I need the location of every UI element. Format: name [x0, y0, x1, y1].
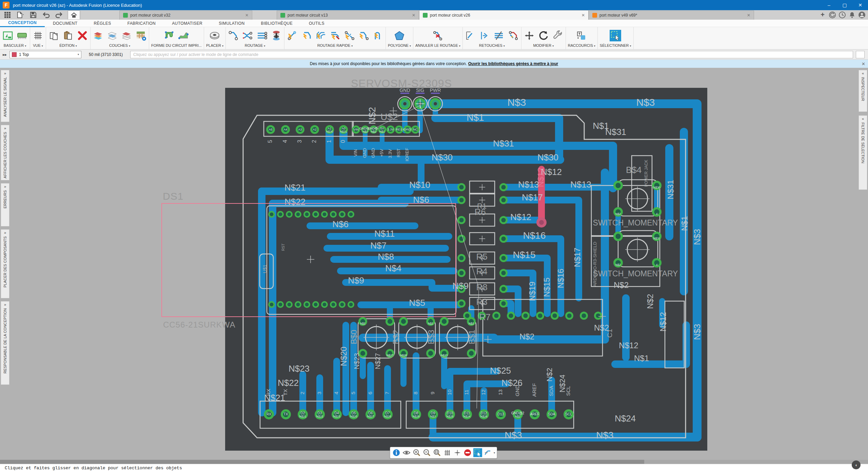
delete-icon[interactable] — [77, 30, 88, 41]
toolbar-group-label[interactable]: BASCULER ▾ — [4, 43, 26, 47]
toolbar-group-label[interactable]: ÉDITION ▾ — [59, 43, 77, 47]
collapse-toolbar-button[interactable]: ▸▸ — [0, 52, 9, 57]
layer-grid-icon[interactable] — [135, 30, 147, 41]
toolbar-group-label[interactable]: ROUTAGE ▾ — [245, 43, 265, 47]
pad-icon[interactable] — [209, 30, 220, 41]
close-icon[interactable]: ✕ — [742, 13, 750, 18]
select-icon[interactable] — [610, 30, 621, 41]
document-tab[interactable]: port moteur circuit v32 ✕ — [119, 11, 252, 20]
close-icon[interactable]: ✕ — [240, 13, 249, 18]
toolbar-group-label[interactable]: PLACER ▾ — [206, 43, 223, 47]
toolbar-group-label[interactable]: ANNULER LE ROUTAGE ▾ — [415, 43, 460, 47]
save-icon[interactable] — [29, 11, 37, 19]
quick3-icon[interactable] — [315, 30, 327, 41]
copy-icon[interactable] — [48, 30, 60, 41]
minimize-button[interactable]: – — [821, 0, 837, 10]
quick7-icon[interactable] — [372, 30, 383, 41]
viewport[interactable]: SERVOSM-S2309S DS1 CC56-21SURKWA A5A4A3A… — [0, 68, 868, 460]
close-icon[interactable]: ✕ — [407, 13, 415, 18]
document-tab[interactable]: port moteur v49 v69* ✕ — [589, 11, 754, 20]
new-file-icon[interactable] — [16, 11, 24, 19]
route-diff-icon[interactable] — [242, 30, 254, 41]
wrench-icon[interactable] — [552, 30, 564, 41]
refresh-icon[interactable] — [829, 12, 836, 18]
toolbar-group-label[interactable]: SÉLECTIONNER ▾ — [600, 43, 631, 47]
route-sm-icon[interactable] — [484, 448, 492, 457]
ribbon-tab-3[interactable]: FABRICATION — [119, 20, 164, 27]
left-panel-tab[interactable]: » ERREURS — [1, 183, 9, 227]
retouch2-icon[interactable] — [479, 30, 491, 41]
via-stack-icon[interactable] — [271, 30, 282, 41]
quick5-icon[interactable] — [343, 30, 355, 41]
close-icon[interactable]: ✕ — [862, 61, 865, 66]
grid-icon[interactable] — [32, 30, 44, 41]
ribbon-tab-0[interactable]: CONCEPTION — [0, 20, 45, 27]
new-tab-button[interactable]: + — [821, 11, 825, 19]
board-shape-icon[interactable] — [163, 30, 175, 41]
route-multi-icon[interactable] — [256, 30, 268, 41]
zoom-out-icon[interactable] — [422, 448, 431, 457]
toolbar-group-label[interactable]: RETOUCHES ▾ — [479, 43, 505, 47]
redo-icon[interactable] — [55, 11, 63, 19]
left-panel-tab[interactable]: » RESPONSABLE DE LA CONCEPTION — [1, 301, 9, 385]
ribbon-tab-5[interactable]: SIMULATION — [211, 20, 253, 27]
toolbar-group-label[interactable]: VUE ▾ — [33, 43, 43, 47]
undo-icon[interactable] — [42, 11, 50, 19]
zoom-fit-icon[interactable] — [433, 448, 441, 457]
board-curve-icon[interactable] — [178, 30, 189, 41]
close-icon[interactable]: ✕ — [576, 13, 585, 18]
schematic-icon[interactable] — [2, 30, 14, 41]
right-panel-tab[interactable]: « INSPECTEUR — [859, 70, 867, 112]
chevron-down-icon[interactable]: ▾ — [494, 451, 495, 454]
console-toggle-button[interactable] — [856, 51, 865, 58]
home-icon[interactable] — [68, 11, 80, 19]
retouch1-icon[interactable] — [465, 30, 476, 41]
toolbar-group-label[interactable]: FORME DU CIRCUIT IMPRI... — [151, 43, 202, 47]
toolbar-group-label[interactable]: ROUTAGE RAPIDE ▾ — [317, 43, 353, 47]
right-panel-tab[interactable]: « FILTRE DE SÉLECTION — [859, 115, 867, 190]
polygon-icon[interactable] — [394, 30, 405, 41]
ribbon-tab-6[interactable]: BIBLIOTHÈQUE — [253, 20, 301, 27]
left-panel-tab[interactable]: » PLACER DES COMPOSANTS — [1, 229, 9, 298]
toolbar-group-label[interactable]: POLYGONE ▾ — [388, 43, 411, 47]
quick2-icon[interactable] — [301, 30, 312, 41]
banner-link[interactable]: Ouvrir les bibliothèques gérées à mettre… — [468, 61, 558, 66]
shortcut-icon[interactable] — [576, 30, 587, 41]
layers-c-icon[interactable] — [121, 30, 133, 41]
paste-icon[interactable] — [62, 30, 74, 41]
marquee-icon[interactable] — [473, 448, 482, 457]
document-tab[interactable]: port moteur circuit v13 ✕ — [277, 11, 419, 20]
move-icon[interactable] — [524, 30, 535, 41]
stop-icon[interactable] — [463, 448, 472, 457]
retouch3-icon[interactable] — [493, 30, 505, 41]
unroute-icon[interactable] — [432, 30, 443, 41]
quick6-icon[interactable] — [358, 30, 369, 41]
close-button[interactable]: ✕ — [852, 0, 868, 10]
route-icon[interactable] — [228, 30, 239, 41]
layer-dropdown[interactable]: 1 Top ▾ — [9, 51, 81, 58]
grid-sm-icon[interactable] — [443, 448, 452, 457]
origin-icon[interactable] — [453, 448, 462, 457]
apps-grid-icon[interactable] — [3, 11, 12, 19]
layers-b-icon[interactable] — [107, 30, 118, 41]
offboard-component-outline[interactable] — [161, 203, 456, 317]
left-panel-tab[interactable]: » ANALYSER LE SIGNAL — [1, 70, 9, 122]
ribbon-tab-4[interactable]: AUTOMATISER — [164, 20, 211, 27]
horizontal-scrollbar-thumb[interactable] — [0, 460, 644, 464]
quick1-icon[interactable] — [287, 30, 298, 41]
ribbon-tab-7[interactable]: OUTILS — [301, 20, 333, 27]
eye-icon[interactable] — [402, 448, 411, 457]
left-panel-tab[interactable]: » AFFICHER LES COUCHES — [1, 125, 9, 180]
retouch4-icon[interactable] — [508, 30, 519, 41]
toolbar-group-label[interactable]: RACCOURCIS ▾ — [568, 43, 595, 47]
info-icon[interactable] — [392, 448, 401, 457]
avatar-icon[interactable] — [859, 12, 865, 18]
clock-icon[interactable] — [839, 12, 846, 18]
chip-icon[interactable] — [16, 30, 28, 41]
ribbon-tab-2[interactable]: RÈGLES — [86, 20, 119, 27]
toolbar-group-label[interactable]: COUCHES ▾ — [109, 43, 130, 47]
layers-a-icon[interactable] — [93, 30, 104, 41]
zoom-in-icon[interactable] — [412, 448, 421, 457]
rotate-icon[interactable] — [538, 30, 549, 41]
bell-icon[interactable] — [849, 12, 855, 18]
